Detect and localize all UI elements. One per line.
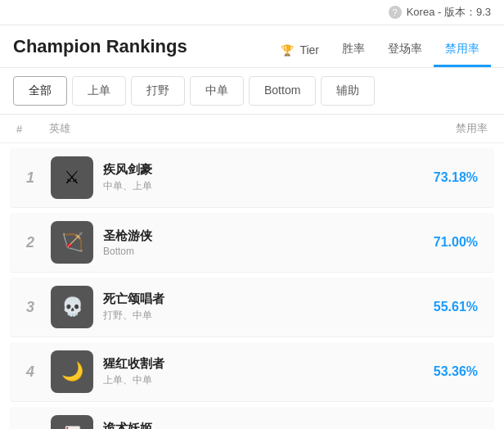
col-rank-header: # [16, 123, 41, 135]
champion-avatar: ⚔ [51, 156, 93, 199]
champion-name: 疾风剑豪 [103, 162, 404, 178]
role-tab-jungle[interactable]: 打野 [131, 76, 185, 106]
tab-winrate[interactable]: 胜率 [331, 34, 376, 67]
table-header: # 英雄 禁用率 [0, 115, 504, 143]
champion-name: 猩红收割者 [103, 356, 404, 372]
role-tab-bottom[interactable]: Bottom [249, 76, 316, 106]
header-row: Champion Rankings 🏆 Tier 胜率 登场率 禁用率 [0, 25, 504, 68]
page-title: Champion Rankings [13, 36, 269, 65]
champion-avatar: 💀 [51, 286, 93, 328]
champion-role: Bottom [103, 246, 404, 257]
col-banrate-header: 禁用率 [414, 121, 488, 136]
champion-avatar: 🌙 [51, 350, 93, 393]
champion-role: 打野、中单 [103, 309, 404, 323]
role-tabs: 全部 上单 打野 中单 Bottom 辅助 [0, 68, 504, 115]
champion-role: 上单、中单 [103, 373, 404, 387]
tab-playrate[interactable]: 登场率 [376, 34, 434, 67]
rank-number: 4 [26, 364, 51, 381]
rank-number: 3 [26, 299, 51, 316]
ban-rate-value: 73.18% [404, 170, 478, 185]
ban-rate-value: 55.61% [404, 300, 478, 314]
col-champ-header: 英雄 [41, 121, 414, 136]
champion-role: 中单、上单 [103, 179, 404, 193]
champion-list: 1 ⚔ 疾风剑豪 中单、上单 73.18% 2 🏹 圣枪游侠 Bottom 71… [0, 148, 504, 429]
top-bar: ? Korea - 版本：9.3 [0, 0, 504, 25]
role-tab-all[interactable]: 全部 [13, 76, 67, 106]
help-icon[interactable]: ? [389, 6, 402, 19]
champion-info: 死亡颂唱者 打野、中单 [103, 291, 404, 323]
table-row: 1 ⚔ 疾风剑豪 中单、上单 73.18% [10, 148, 494, 208]
tab-banrate[interactable]: 禁用率 [434, 34, 491, 67]
champion-name: 死亡颂唱者 [103, 291, 404, 307]
tab-tier[interactable]: 🏆 Tier [269, 35, 331, 67]
table-row: 2 🏹 圣枪游侠 Bottom 71.00% [10, 213, 494, 273]
champion-info: 诡术妖姬 中单 [103, 421, 404, 429]
champion-info: 疾风剑豪 中单、上单 [103, 162, 404, 193]
champion-name: 圣枪游侠 [103, 228, 404, 244]
ban-rate-value: 71.00% [404, 235, 478, 250]
champion-info: 圣枪游侠 Bottom [103, 228, 404, 257]
champion-avatar: 🏹 [51, 221, 93, 264]
tier-icon: 🏆 [281, 44, 294, 56]
role-tab-mid[interactable]: 中单 [190, 76, 244, 106]
main-container: Champion Rankings 🏆 Tier 胜率 登场率 禁用率 全部 上… [0, 25, 504, 429]
champion-name: 诡术妖姬 [103, 421, 404, 429]
table-row: 3 💀 死亡颂唱者 打野、中单 55.61% [10, 278, 494, 337]
table-row: 5 🃏 诡术妖姬 中单 42.25% [10, 407, 494, 429]
role-tab-top[interactable]: 上单 [72, 76, 126, 106]
champion-info: 猩红收割者 上单、中单 [103, 356, 404, 387]
champion-avatar: 🃏 [51, 415, 93, 429]
region-label: Korea - 版本：9.3 [407, 5, 491, 20]
table-row: 4 🌙 猩红收割者 上单、中单 53.36% [10, 342, 494, 402]
rank-number: 2 [26, 234, 51, 251]
role-tab-support[interactable]: 辅助 [321, 76, 375, 106]
ban-rate-value: 53.36% [404, 364, 478, 379]
nav-tabs: 🏆 Tier 胜率 登场率 禁用率 [269, 34, 491, 67]
rank-number: 1 [26, 169, 51, 187]
